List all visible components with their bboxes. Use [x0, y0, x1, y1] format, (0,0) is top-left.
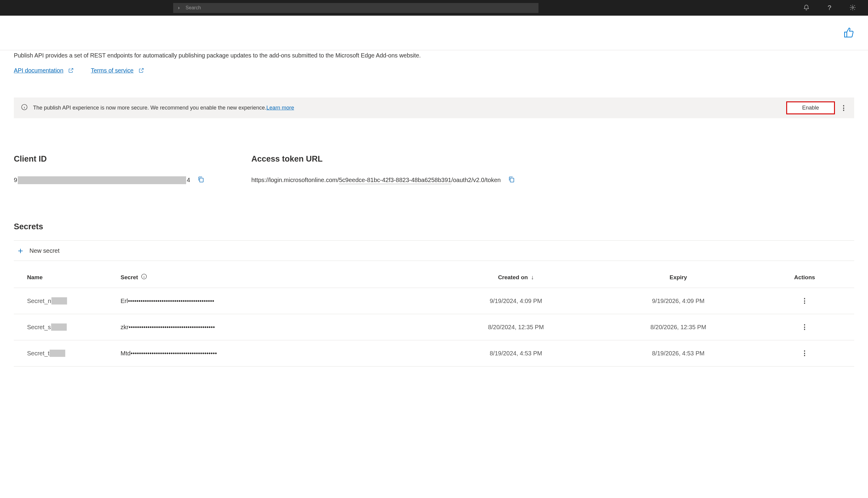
top-header: › Search ?: [0, 0, 868, 16]
links-row: API documentation Terms of service: [14, 67, 854, 75]
col-expiry[interactable]: Expiry: [601, 274, 755, 281]
created-on: 8/19/2024, 4:53 PM: [430, 350, 601, 357]
table-header: Name Secret Created on ↓ Expiry Actions: [14, 267, 854, 288]
access-token-heading: Access token URL: [252, 154, 515, 164]
col-created[interactable]: Created on ↓: [430, 274, 601, 281]
client-id-heading: Client ID: [14, 154, 252, 164]
question-icon[interactable]: ?: [828, 4, 831, 12]
search-placeholder: Search: [186, 5, 201, 11]
new-secret-button[interactable]: ＋ New secret: [14, 245, 62, 256]
api-documentation-link[interactable]: API documentation: [14, 67, 64, 74]
header-icons: ?: [803, 4, 856, 12]
client-id-block: Client ID 9 4: [14, 154, 252, 184]
table-row: Secret_s zkr••••••••••••••••••••••••••••…: [14, 314, 854, 340]
main-content: Publish API provides a set of REST endpo…: [0, 51, 868, 367]
access-token-block: Access token URL https://login.microsoft…: [252, 154, 515, 184]
svg-rect-4: [200, 178, 203, 182]
sort-down-icon: ↓: [531, 274, 534, 281]
plus-icon: ＋: [16, 247, 25, 255]
copy-icon[interactable]: [197, 176, 204, 184]
new-secret-label: New secret: [29, 247, 59, 254]
intro-text: Publish API provides a set of REST endpo…: [14, 51, 495, 60]
settings-icon[interactable]: [849, 4, 856, 12]
created-on: 8/20/2024, 12:35 PM: [430, 324, 601, 331]
search-input-container[interactable]: › Search: [173, 3, 539, 13]
secret-name: Secret_s: [27, 324, 121, 331]
expiry: 8/20/2026, 12:35 PM: [601, 324, 755, 331]
learn-more-link[interactable]: Learn more: [267, 105, 294, 111]
table-row: Secret_n Erl••••••••••••••••••••••••••••…: [14, 288, 854, 314]
redacted-block: [18, 176, 186, 184]
expiry: 8/19/2026, 4:53 PM: [601, 350, 755, 357]
table-row: Secret_t Mtd••••••••••••••••••••••••••••…: [14, 340, 854, 367]
terms-of-service-link[interactable]: Terms of service: [91, 67, 134, 74]
external-link-icon: [138, 67, 144, 75]
secret-value: Mtd•••••••••••••••••••••••••••••••••••••…: [121, 350, 217, 357]
info-banner: The publish API experience is now more s…: [14, 97, 854, 118]
feedback-row: [0, 16, 868, 50]
more-actions-icon[interactable]: ⋮: [801, 297, 808, 305]
more-actions-icon[interactable]: ⋮: [801, 349, 808, 357]
enable-button[interactable]: Enable: [786, 101, 835, 114]
chevron-right-icon: ›: [178, 5, 179, 11]
expiry: 9/19/2026, 4:09 PM: [601, 298, 755, 304]
more-actions-icon[interactable]: ⋮: [801, 323, 808, 331]
thumbs-up-icon[interactable]: [844, 27, 854, 39]
client-id-value: 9 4: [14, 176, 190, 184]
secret-value: zkr•••••••••••••••••••••••••••••••••••••…: [121, 324, 215, 330]
created-on: 9/19/2024, 4:09 PM: [430, 298, 601, 304]
external-link-icon: [68, 67, 74, 75]
banner-more-icon[interactable]: ⋮: [840, 104, 847, 112]
info-icon: [21, 104, 28, 112]
secrets-table: Name Secret Created on ↓ Expiry Actions …: [14, 267, 854, 367]
secret-name: Secret_n: [27, 297, 121, 304]
banner-text: The publish API experience is now more s…: [33, 105, 267, 111]
redacted-block: [50, 350, 65, 357]
col-actions: Actions: [755, 274, 854, 281]
secret-name: Secret_t: [27, 350, 121, 357]
svg-rect-5: [510, 178, 514, 182]
redacted-block: [51, 324, 67, 331]
access-token-url: https://login.microsoftonline.com/5c9eed…: [252, 176, 501, 184]
info-icon[interactable]: [141, 274, 147, 281]
svg-point-0: [852, 6, 854, 9]
redacted-block: [51, 297, 67, 304]
secret-value: Erl•••••••••••••••••••••••••••••••••••••…: [121, 298, 214, 304]
col-name[interactable]: Name: [14, 274, 121, 281]
credentials-row: Client ID 9 4 Access token URL https://l…: [14, 154, 854, 184]
notification-icon[interactable]: [803, 4, 810, 12]
copy-icon[interactable]: [508, 176, 515, 184]
secrets-heading: Secrets: [14, 222, 854, 232]
secrets-toolbar: ＋ New secret: [14, 240, 854, 261]
col-secret[interactable]: Secret: [121, 274, 430, 281]
